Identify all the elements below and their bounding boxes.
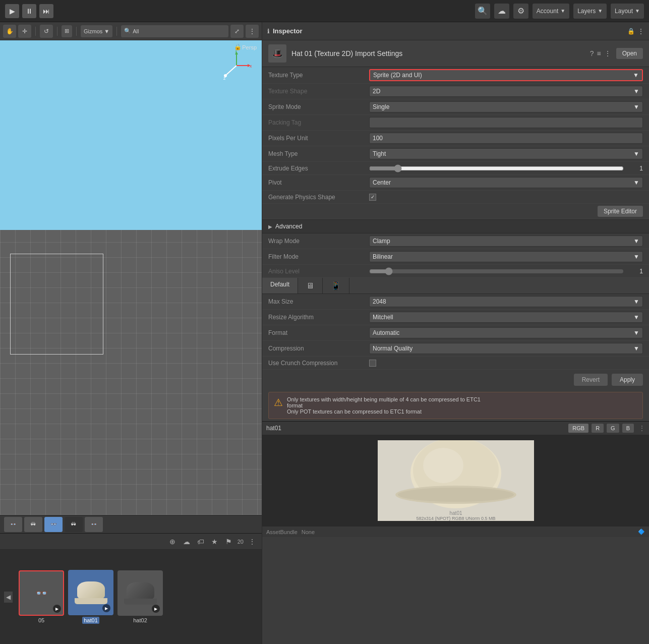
play-button[interactable]: ▶ [5, 4, 19, 18]
viewport[interactable]: < Persp 🔒 y x z [0, 40, 262, 515]
asset-tool-3[interactable]: 🏷 [195, 536, 206, 547]
pause-button[interactable]: ⏸ [22, 4, 36, 18]
asset-label-hat02: hat02 [133, 617, 147, 623]
settings-icon[interactable]: ⚙ [513, 4, 528, 19]
help-icon[interactable]: ? [590, 49, 594, 57]
asset-item-glasses[interactable]: 👓 ▶ 05 [19, 570, 64, 623]
mesh-type-label: Mesh Type [268, 150, 369, 157]
format-arrow: ▼ [633, 329, 639, 336]
filmstrip-icons: 👓 🕶 👓 🕶 👓 [4, 517, 103, 532]
maximize-btn[interactable]: ⤢ [230, 25, 244, 38]
wrap-mode-row: Wrap Mode Clamp ▼ [262, 233, 649, 249]
format-row: Format Automatic ▼ [262, 325, 649, 341]
aniso-slider[interactable] [369, 267, 624, 275]
lock-icon-inspector[interactable]: 🔒 [627, 28, 635, 35]
pixels-per-unit-input[interactable] [369, 133, 643, 144]
compression-dropdown[interactable]: Normal Quality ▼ [369, 343, 643, 354]
filmstrip-item-2[interactable]: 🕶 [24, 517, 42, 532]
packing-tag-value [369, 117, 643, 128]
wrap-mode-dropdown[interactable]: Clamp ▼ [369, 236, 643, 247]
tool-rotate[interactable]: ↺ [40, 25, 53, 38]
cloud-icon[interactable]: ☁ [494, 4, 509, 19]
asset-tool-1[interactable]: ⊕ [167, 536, 178, 547]
warning-line2: format [287, 402, 481, 408]
more-btn[interactable]: ⋮ [246, 25, 259, 38]
account-dropdown[interactable]: Account ▼ [533, 4, 569, 19]
layers-dropdown[interactable]: Layers ▼ [573, 4, 607, 19]
packing-tag-row: Packing Tag [262, 115, 649, 131]
filter-mode-dropdown[interactable]: Bilinear ▼ [369, 251, 643, 262]
asset-scroll-left[interactable]: ◀ [4, 592, 13, 603]
resize-algo-dropdown[interactable]: Mitchell ▼ [369, 312, 643, 323]
more-icon[interactable]: ⋮ [604, 49, 611, 57]
mesh-type-dropdown[interactable]: Tight ▼ [369, 148, 643, 159]
left-panel: ✋ ✛ ↺ ⊞ Gizmos ▼ 🔍 All ⤢ ⋮ [0, 22, 262, 644]
tool-move[interactable]: ✛ [18, 25, 31, 38]
sprite-mode-dropdown[interactable]: Single ▼ [369, 101, 643, 112]
crunch-row: Use Crunch Compression [262, 357, 649, 370]
apply-button[interactable]: Apply [612, 374, 643, 386]
packing-tag-input[interactable] [369, 117, 643, 128]
gizmos-dropdown[interactable]: Gizmos ▼ [81, 25, 112, 37]
asset-tool-5[interactable]: ⚑ [223, 536, 234, 547]
format-value: Automatic ▼ [369, 327, 643, 338]
revert-button[interactable]: Revert [574, 374, 608, 386]
pivot-row: Pivot Center ▼ [262, 175, 649, 191]
format-dropdown[interactable]: Automatic ▼ [369, 327, 643, 338]
search-all-label: All [133, 28, 139, 34]
open-button[interactable]: Open [616, 48, 643, 59]
platform-tab-desktop[interactable]: 🖥 [298, 278, 323, 294]
filmstrip-item-1[interactable]: 👓 [4, 517, 22, 532]
texture-shape-dropdown[interactable]: 2D ▼ [369, 86, 643, 97]
r-button[interactable]: R [592, 424, 604, 433]
crunch-value [369, 360, 643, 367]
crunch-checkbox[interactable] [369, 360, 376, 367]
filmstrip-item-5[interactable]: 👓 [85, 517, 103, 532]
svg-text:z: z [223, 76, 226, 81]
sprite-mode-row: Sprite Mode Single ▼ [262, 99, 649, 115]
warning-line1: Only textures with width/height being mu… [287, 396, 481, 402]
asset-tool-4[interactable]: ★ [209, 536, 220, 547]
pixels-per-unit-row: Pixels Per Unit [262, 131, 649, 146]
max-size-dropdown[interactable]: 2048 ▼ [369, 296, 643, 307]
step-button[interactable]: ⏭ [39, 4, 53, 18]
asset-tool-2[interactable]: ☁ [181, 536, 192, 547]
top-bar: ▶ ⏸ ⏭ 🔍 ☁ ⚙ Account ▼ Layers ▼ Layout ▼ [0, 0, 649, 22]
preview-more-icon[interactable]: ⋮ [639, 425, 645, 432]
layout-dropdown-small[interactable]: ⊞ [62, 25, 72, 37]
rgb-button[interactable]: RGB [568, 424, 588, 433]
asset-header-icons: ? ≡ ⋮ [590, 49, 611, 57]
hat-preview-svg: hat01 582x314 (NPOT) RGB8 UNorm 0.5 MB [378, 440, 534, 521]
g-button[interactable]: G [607, 424, 619, 433]
platform-tab-android[interactable]: 📱 [323, 278, 349, 294]
asset-item-hat02[interactable]: ▶ hat02 [117, 570, 163, 623]
platform-tab-default[interactable]: Default [262, 278, 298, 294]
scene-toolbar: ✋ ✛ ↺ ⊞ Gizmos ▼ 🔍 All ⤢ ⋮ [0, 22, 262, 40]
texture-type-dropdown[interactable]: Sprite (2D and UI) ▼ [369, 69, 643, 81]
sprite-mode-label: Sprite Mode [268, 103, 369, 110]
compression-value: Normal Quality ▼ [369, 343, 643, 354]
asset-bundle-icon[interactable]: 🔷 [638, 529, 645, 535]
filmstrip-item-3[interactable]: 👓 [44, 517, 63, 532]
search-icon[interactable]: 🔍 [475, 4, 490, 19]
asset-item-hat01[interactable]: ▶ hat01 [68, 570, 113, 624]
asset-bundle-label: AssetBundle [266, 529, 298, 535]
wrap-mode-value: Clamp ▼ [369, 236, 643, 247]
asset-thumb-small: 🎩 [268, 44, 286, 63]
inspector-more-icon[interactable]: ⋮ [638, 28, 644, 35]
tool-hand[interactable]: ✋ [3, 25, 16, 38]
advanced-arrow-icon: ▶ [268, 224, 272, 229]
advanced-section-header[interactable]: ▶ Advanced [262, 219, 649, 233]
sprite-mode-text: Single [373, 103, 389, 110]
b-button[interactable]: B [622, 424, 634, 433]
asset-more[interactable]: ⋮ [247, 536, 258, 547]
scene-search[interactable]: 🔍 All [121, 25, 228, 37]
preset-icon[interactable]: ≡ [597, 49, 601, 57]
gen-physics-checkbox[interactable]: ✓ [369, 194, 376, 201]
preview-image-container: hat01 582x314 (NPOT) RGB8 UNorm 0.5 MB [262, 435, 649, 526]
sprite-editor-button[interactable]: Sprite Editor [598, 206, 643, 217]
filmstrip-item-4[interactable]: 🕶 [65, 517, 83, 532]
layout-dropdown[interactable]: Layout ▼ [611, 4, 644, 19]
pivot-dropdown[interactable]: Center ▼ [369, 177, 643, 188]
extrude-slider[interactable] [369, 164, 624, 172]
